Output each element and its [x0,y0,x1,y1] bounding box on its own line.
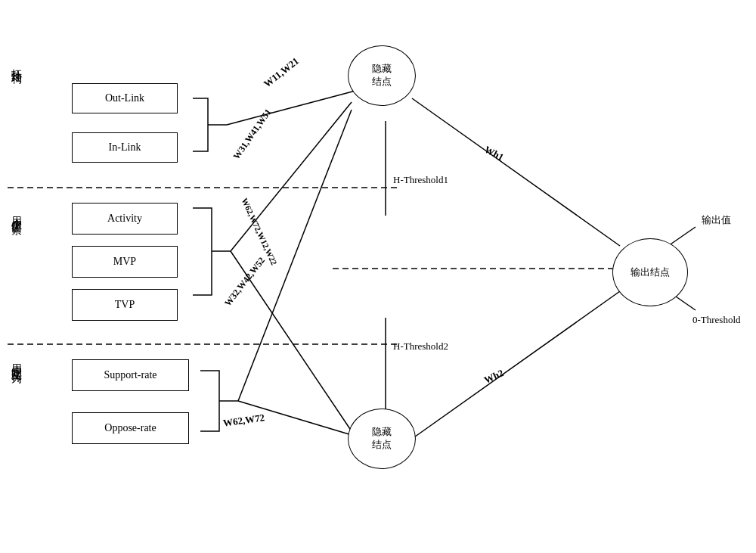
label-w62w72-bottom: W62,W72 [222,412,265,430]
group-label-topology: 拓扑结构 [9,61,23,182]
activity-box: Activity [72,203,178,235]
hidden-node-2: 隐藏结点 [348,409,416,469]
svg-line-6 [227,91,355,125]
svg-line-11 [412,98,620,246]
oppose-rate-box: Oppose-rate [72,412,189,444]
label-wh2: Wh2 [482,367,506,387]
label-h-threshold1: H-Threshold1 [393,174,448,186]
group-label-user-individual: 用户个体因素 [9,208,23,344]
label-output-value: 输出值 [702,213,731,227]
label-o-threshold: 0-Threshold [692,314,741,326]
outlink-box: Out-Link [72,83,178,113]
mvp-box: MVP [72,246,178,278]
inlink-box: In-Link [72,132,178,163]
support-rate-box: Support-rate [72,359,189,391]
tvp-box: TVP [72,289,178,321]
svg-line-7 [231,102,352,251]
svg-line-9 [238,110,352,401]
label-w11w21: W11,W21 [262,55,302,90]
label-w32w42w52: W32,W42,W52 [222,255,268,309]
output-node: 输出结点 [612,238,688,306]
label-h-threshold2: H-Threshold2 [393,340,448,353]
group-label-user-interaction: 用户间交互行为 [9,356,23,477]
label-wh1: Wh1 [482,144,506,164]
svg-line-12 [412,291,620,439]
label-w31w41w51: W31,W41,W51 [231,107,274,161]
hidden-node-1: 隐藏结点 [348,45,416,106]
